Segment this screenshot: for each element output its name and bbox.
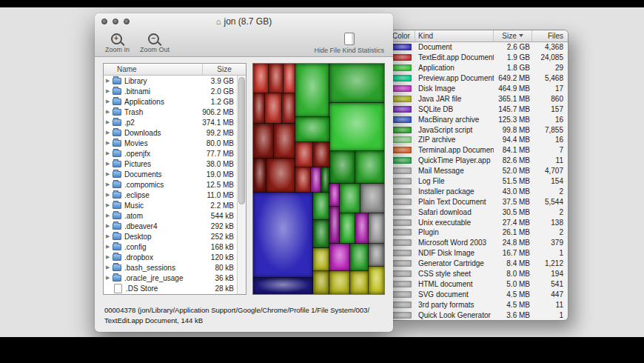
disclosure-triangle-icon[interactable]: ▶ [106,161,113,167]
file-list-row[interactable]: ▶Trash906.2 MB [104,107,237,117]
treemap-cell[interactable] [253,93,265,123]
treemap-cell[interactable] [350,244,369,271]
treemap-cell[interactable] [265,93,282,123]
stats-row[interactable]: MacBinary archive125.3 MB16 [389,114,568,124]
stats-column-files[interactable]: Files [532,30,568,41]
treemap-cell[interactable] [313,142,329,167]
stats-row[interactable]: JavaScript script99.8 MB7,855 [389,124,568,135]
disclosure-triangle-icon[interactable]: ▶ [106,140,113,146]
treemap-cell[interactable] [253,64,269,93]
disclosure-triangle-icon[interactable]: ▶ [106,233,113,239]
disclosure-triangle-icon[interactable]: ▶ [106,130,113,136]
file-list-row[interactable]: ▶Desktop252 kB [104,231,237,242]
treemap-cell[interactable] [321,167,329,193]
treemap-cell[interactable] [313,271,329,294]
stats-row[interactable]: SVG document4.5 MB447 [389,289,568,299]
treemap-cell[interactable] [295,117,329,142]
treemap-cell[interactable] [269,64,283,93]
file-list-row[interactable]: ▶.eclipse11.0 MB [104,190,237,200]
treemap-cell[interactable] [313,248,329,271]
stats-column-kind[interactable]: Kind [415,30,494,41]
scrollbar-thumb[interactable] [238,77,245,204]
stats-row[interactable]: Plugin26.1 MB2 [389,227,568,238]
stats-row[interactable]: Quick Look Generator3.6 MB1 [389,310,568,320]
disclosure-triangle-icon[interactable]: ▶ [106,223,113,229]
treemap-cell[interactable] [329,151,355,184]
stats-row[interactable]: QuickTime Player.app82.6 MB11 [389,156,568,166]
treemap-cell[interactable] [369,213,384,243]
disclosure-triangle-icon[interactable]: ▶ [106,202,113,208]
stats-row[interactable]: Java JAR file365.1 MB860 [389,93,568,104]
file-list-row[interactable]: ▶Library3.9 GB [104,76,237,86]
stats-row[interactable]: Application1.8 GB29 [389,63,568,73]
disclosure-triangle-icon[interactable]: ▶ [106,99,113,104]
treemap-cell[interactable] [360,184,384,213]
stats-row[interactable]: Preview.app Document649.2 MB5,468 [389,73,568,84]
disclosure-triangle-icon[interactable]: ▶ [106,264,113,270]
file-list-row[interactable]: ▶Pictures38.0 MB [104,159,237,169]
treemap-cell[interactable] [266,159,295,193]
treemap-cell[interactable] [253,193,313,278]
stats-row[interactable]: Microsoft Word 200324.8 MB379 [389,238,568,248]
stats-row[interactable]: HTML document5.0 MB541 [389,279,568,289]
treemap-cell[interactable] [282,93,295,123]
stats-row[interactable]: Mail Message52.0 MB4,707 [389,166,568,176]
disclosure-triangle-icon[interactable]: ▶ [106,192,113,198]
treemap-cell[interactable] [329,64,384,103]
disclosure-triangle-icon[interactable]: ▶ [106,78,113,84]
disclosure-triangle-icon[interactable]: ▶ [106,171,113,177]
titlebar[interactable]: ⌂jon (8.7 GB) [95,13,393,30]
hide-file-kind-statistics-button[interactable]: Hide File Kind Statistics [314,32,384,54]
file-list-row[interactable]: ▶.oracle_jre_usage36 kB [104,273,237,283]
file-list-row[interactable]: ▶.dbeaver4292 kB [104,221,237,231]
treemap-cell[interactable] [329,103,384,151]
stats-row[interactable]: Safari download30.5 MB2 [389,207,568,217]
file-list-row[interactable]: ▶Music2.2 MB [104,200,237,210]
stats-row[interactable]: Document2.6 GB4,368 [389,42,568,53]
stats-row[interactable]: Terminal.app Document84.1 MB7 [389,145,568,156]
treemap-cell[interactable] [284,64,295,93]
stats-row[interactable]: Installer package43.0 MB2 [389,186,568,196]
file-list-row[interactable]: ▶.bitnami2.0 GB [104,86,237,96]
stats-row[interactable]: SQLite DB145.7 MB157 [389,104,568,114]
disclosure-triangle-icon[interactable]: ▶ [106,254,113,260]
treemap-cell[interactable] [253,278,313,294]
zoom-out-button[interactable]: − Zoom Out [140,32,170,53]
file-list-row[interactable]: ▶Movies80.0 MB [104,138,237,148]
file-list-row[interactable]: ▶.p2374.1 MB [104,117,237,127]
stats-row[interactable]: CSS style sheet8.0 MB194 [389,269,568,279]
treemap-cell[interactable] [295,142,314,167]
file-list-row[interactable]: ▶Documents19.0 MB [104,169,237,179]
disclosure-triangle-icon[interactable]: ▶ [106,150,113,156]
treemap-cell[interactable] [329,207,340,244]
zoom-window-button[interactable] [124,19,130,24]
file-list-row[interactable]: ▶Applications1.2 GB [104,96,237,107]
file-list-row[interactable]: ▶.openjfx77.7 MB [104,148,237,159]
close-button[interactable] [101,19,107,24]
stats-row[interactable]: ZIP archive94.4 MB16 [389,135,568,145]
stats-row[interactable]: Log File51.5 MB154 [389,176,568,187]
disclosure-triangle-icon[interactable]: ▶ [106,244,113,250]
stats-column-size[interactable]: Size [494,30,532,41]
treemap-cell[interactable] [355,151,384,184]
treemap-cell[interactable] [274,124,295,159]
file-list-row[interactable]: ▶.compomics12.5 MB [104,179,237,190]
disclosure-triangle-icon[interactable]: ▶ [106,213,113,219]
treemap-cell[interactable] [253,159,266,193]
treemap-cell[interactable] [295,64,329,117]
column-header-size[interactable]: Size [202,64,246,75]
treemap-cell[interactable] [313,220,329,247]
zoom-in-button[interactable]: + Zoom In [105,32,130,53]
treemap-cell[interactable] [253,124,274,159]
treemap-cell[interactable] [329,271,350,294]
file-list-row[interactable]: .DS Store28 kB [104,283,237,293]
treemap-cell[interactable] [340,213,355,243]
file-list-scrollbar[interactable] [237,76,246,294]
file-list-row[interactable]: ▶.atom544 kB [104,210,237,221]
treemap-cell[interactable] [313,193,329,220]
stats-row[interactable]: NDIF Disk Image16.7 MB1 [389,248,568,259]
minimize-button[interactable] [113,19,118,24]
file-list-row[interactable]: ▶.config168 kB [104,242,237,252]
file-list-row[interactable]: ▶.dropbox120 kB [104,252,237,262]
disclosure-triangle-icon[interactable]: ▶ [106,275,113,281]
